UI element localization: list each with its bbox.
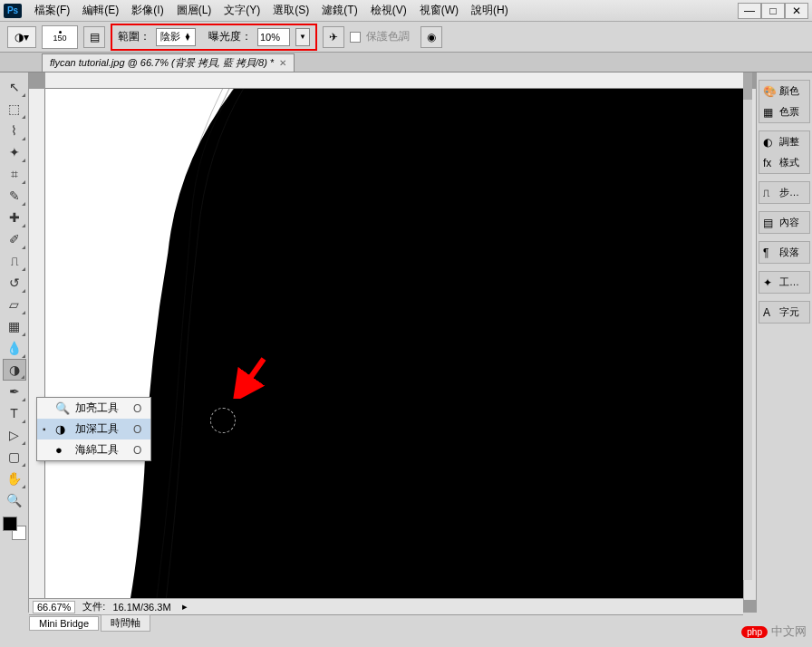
protect-tones-checkbox[interactable]: [350, 32, 361, 43]
minimize-button[interactable]: —: [738, 3, 761, 19]
tool-brush[interactable]: ✐: [3, 228, 26, 250]
flyout-label: 海綿工具: [75, 442, 119, 458]
adjust-icon: ◐: [763, 136, 776, 149]
tool-marquee[interactable]: ⬚: [3, 98, 26, 120]
airbrush-toggle[interactable]: ✈: [323, 26, 344, 48]
flyout-sponge-tool[interactable]: ● 海綿工具 O: [37, 439, 150, 460]
menu-help[interactable]: 說明(H): [466, 1, 514, 20]
flyout-shortcut: O: [133, 423, 141, 436]
panel-color[interactable]: 🎨顏色: [759, 81, 809, 101]
flyout-shortcut: O: [133, 444, 141, 457]
tab-timeline[interactable]: 時間軸: [101, 614, 150, 632]
panel-swatches[interactable]: ▦色票: [759, 101, 809, 122]
pressure-toggle[interactable]: ◉: [420, 26, 442, 48]
history-icon: ⎍: [763, 187, 776, 199]
fx-icon: fx: [763, 157, 776, 169]
panel-properties[interactable]: ▤內容: [759, 212, 809, 233]
watermark-badge: php: [741, 626, 768, 638]
tool-magic-wand[interactable]: ✦: [3, 141, 26, 163]
tool-type[interactable]: T: [3, 402, 26, 424]
panel-group-character: A字元: [759, 301, 810, 324]
exposure-dropdown-button[interactable]: ▼: [295, 28, 310, 46]
ruler-horizontal[interactable]: [45, 72, 743, 89]
panel-group-content: ▤內容: [759, 211, 810, 234]
panel-group-tools: ✦工…: [759, 271, 810, 294]
sponge-icon: ●: [55, 443, 70, 457]
annotation-arrow: [233, 353, 269, 399]
tool-crop[interactable]: ⌗: [3, 163, 26, 185]
flyout-burn-tool[interactable]: ▪ ◑ 加深工具 O: [37, 419, 150, 439]
panel-label: 調整: [779, 135, 799, 149]
canvas[interactable]: [45, 89, 743, 600]
menu-image[interactable]: 影像(I): [126, 1, 169, 20]
character-icon: A: [763, 306, 776, 319]
protect-tones-label: 保護色調: [366, 29, 410, 44]
canvas-area: [29, 72, 756, 613]
image-content: [45, 89, 743, 600]
panel-scrollbar[interactable]: [743, 72, 752, 580]
close-tab-icon[interactable]: ✕: [279, 58, 286, 68]
exposure-input[interactable]: [257, 28, 290, 46]
scrollbar-thumb[interactable]: [743, 72, 752, 100]
tab-mini-bridge[interactable]: Mini Bridge: [29, 616, 99, 631]
tool-history-brush[interactable]: ↺: [3, 272, 26, 294]
close-button[interactable]: ✕: [785, 3, 808, 19]
range-label: 範圍：: [118, 29, 150, 44]
panel-character[interactable]: A字元: [759, 302, 809, 323]
tool-preset-picker[interactable]: ◑▾: [7, 26, 36, 48]
range-dropdown[interactable]: 陰影 ▲▼: [156, 28, 196, 46]
zoom-field[interactable]: 66.67%: [33, 601, 75, 613]
flyout-shortcut: O: [133, 402, 141, 415]
status-arrow-icon[interactable]: ▸: [182, 601, 188, 613]
flyout-dodge-tool[interactable]: 🔍 加亮工具 O: [37, 398, 150, 419]
options-bar: ◑▾ 150 ▤ 範圍： 陰影 ▲▼ 曝光度： ▼ ✈ 保護色調 ◉: [0, 22, 812, 53]
watermark: php 中文网: [741, 623, 807, 640]
burn-tool-flyout: 🔍 加亮工具 O ▪ ◑ 加深工具 O ● 海綿工具 O: [36, 397, 151, 461]
tool-dodge-burn[interactable]: ◑: [3, 359, 26, 381]
menu-file[interactable]: 檔案(F): [29, 1, 75, 20]
tool-hand[interactable]: ✋: [3, 468, 26, 489]
tool-stamp[interactable]: ⎍: [3, 250, 26, 272]
flyout-marker: ▪: [43, 424, 50, 434]
menu-layer[interactable]: 圖層(L): [171, 1, 218, 20]
menu-type[interactable]: 文字(Y): [218, 1, 266, 20]
flyout-label: 加亮工具: [75, 401, 119, 416]
menu-filter[interactable]: 濾鏡(T): [316, 1, 362, 20]
tool-lasso[interactable]: ⌇: [3, 120, 26, 141]
panel-history[interactable]: ⎍步…: [759, 182, 809, 203]
tool-zoom[interactable]: 🔍: [3, 489, 26, 511]
panel-group-color: 🎨顏色 ▦色票: [759, 80, 810, 123]
menu-select[interactable]: 選取(S): [267, 1, 314, 20]
tool-move[interactable]: ↖: [3, 76, 26, 98]
document-tab[interactable]: flycan tutorial.jpg @ 66.7% (背景 拷貝, 藍 拷貝…: [42, 53, 295, 72]
menu-view[interactable]: 檢視(V): [365, 1, 412, 20]
tool-eyedropper[interactable]: ✎: [3, 185, 26, 207]
tool-blur[interactable]: 💧: [3, 337, 26, 359]
panel-tool-presets[interactable]: ✦工…: [759, 272, 809, 293]
titlebar: Ps 檔案(F) 編輯(E) 影像(I) 圖層(L) 文字(Y) 選取(S) 濾…: [0, 0, 812, 22]
menubar: 檔案(F) 編輯(E) 影像(I) 圖層(L) 文字(Y) 選取(S) 濾鏡(T…: [29, 1, 738, 20]
panel-styles[interactable]: fx樣式: [759, 152, 809, 173]
app-logo: Ps: [4, 4, 22, 18]
panel-adjustments[interactable]: ◐調整: [759, 131, 809, 152]
window-controls: — □ ✕: [738, 3, 808, 19]
brush-panel-toggle[interactable]: ▤: [83, 26, 105, 48]
palette-icon: 🎨: [763, 85, 776, 98]
menu-window[interactable]: 視窗(W): [414, 1, 464, 20]
tool-gradient[interactable]: ▦: [3, 315, 26, 337]
tool-healing[interactable]: ✚: [3, 207, 26, 228]
color-swatches[interactable]: [3, 517, 26, 540]
panel-label: 顏色: [779, 84, 799, 98]
menu-edit[interactable]: 編輯(E): [77, 1, 124, 20]
tool-pen[interactable]: ✒: [3, 381, 26, 402]
maximize-button[interactable]: □: [761, 3, 785, 19]
brush-preset-picker[interactable]: 150: [42, 25, 78, 49]
tool-shape[interactable]: ▢: [3, 446, 26, 468]
tool-eraser[interactable]: ▱: [3, 294, 26, 315]
swatches-icon: ▦: [763, 106, 776, 119]
foreground-color-swatch[interactable]: [3, 517, 17, 531]
panel-group-history: ⎍步…: [759, 181, 810, 204]
tool-path-select[interactable]: ▷: [3, 424, 26, 446]
panel-paragraph[interactable]: ¶段落: [759, 242, 809, 263]
ruler-vertical[interactable]: [29, 89, 45, 600]
